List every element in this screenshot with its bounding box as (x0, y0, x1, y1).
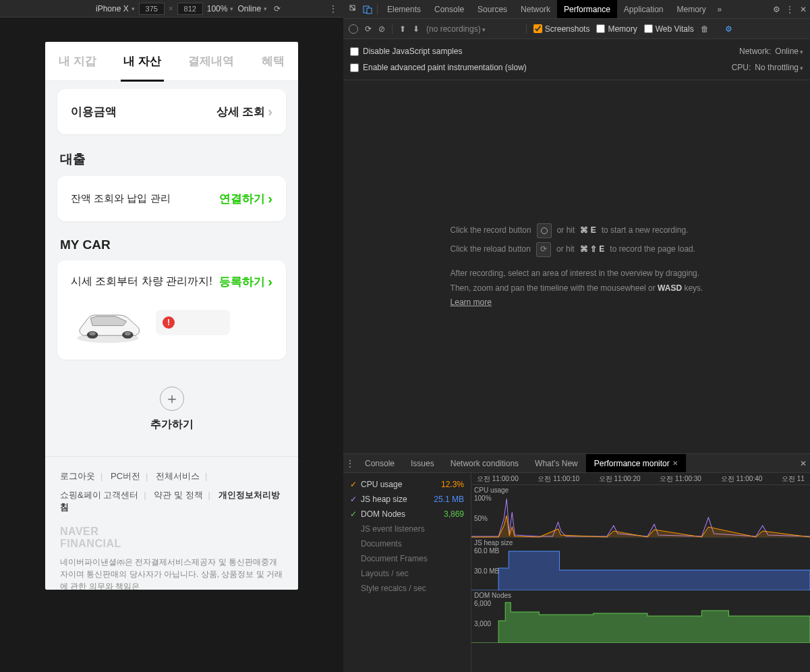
footer-cs[interactable]: 쇼핑&페이 고객센터 (60, 490, 138, 500)
dim-separator: × (169, 4, 173, 13)
loan-desc: 잔액 조회와 납입 관리 (71, 192, 171, 205)
tab-performance[interactable]: Performance (557, 0, 617, 18)
footer-row2: 쇼핑&페이 고객센터| 약관 및 정책| 개인정보처리방침 (60, 489, 283, 513)
height-input[interactable] (177, 3, 203, 15)
add-section: ＋ 추가하기 (45, 368, 298, 456)
zoom-select[interactable]: 100% (207, 4, 234, 13)
metric-frames[interactable]: Document Frames (343, 551, 471, 566)
metric-documents[interactable]: Documents (343, 536, 471, 551)
trash-icon[interactable]: 🗑 (701, 24, 709, 34)
cpu-chart: CPU usage 100% 50% (471, 485, 810, 538)
usage-card[interactable]: 이용금액 상세 조회 (57, 89, 286, 134)
drawer-tab-whatsnew[interactable]: What's New (527, 454, 586, 472)
network-select[interactable]: Online (775, 47, 803, 56)
record-hint-button[interactable] (537, 223, 552, 238)
footer-allservices[interactable]: 전체서비스 (156, 471, 200, 481)
recordings-select[interactable]: (no recordings) (426, 24, 486, 34)
paint-checkbox[interactable]: Enable advanced paint instrumentation (s… (350, 63, 527, 72)
reload-hint-button[interactable]: ⟳ (536, 242, 551, 257)
drawer-menu-icon[interactable]: ⋮ (343, 457, 357, 470)
phone-frame: 내 지갑 내 자산 결제내역 혜택 이용금액 상세 조회 대출 잔액 조회와 납… (45, 42, 298, 590)
car-warning-bubble: ! (156, 310, 230, 335)
device-toolbar: iPhone X × 100% Online ⟳ ⋮ (0, 0, 343, 18)
svg-point-3 (90, 332, 96, 336)
tab-memory[interactable]: Memory (670, 0, 713, 18)
tab-assets[interactable]: 내 자산 (121, 53, 164, 82)
metric-layouts[interactable]: Layouts / sec (343, 566, 471, 581)
upload-icon[interactable]: ⬆ (399, 24, 406, 34)
tab-payments[interactable]: 결제내역 (185, 53, 237, 69)
footer-terms[interactable]: 약관 및 정책 (154, 490, 202, 500)
disable-js-checkbox[interactable]: Disable JavaScript samples (350, 47, 462, 56)
tab-wallet[interactable]: 내 지갑 (56, 53, 99, 69)
close-drawer-icon[interactable]: ✕ (797, 457, 810, 470)
metrics-list: ✓CPU usage12.3% ✓JS heap size25.1 MB ✓DO… (343, 473, 471, 672)
add-label: 추가하기 (45, 418, 298, 432)
svg-rect-7 (367, 8, 372, 13)
footer-logout[interactable]: 로그아웃 (60, 471, 95, 481)
clear-icon[interactable]: ⊘ (378, 24, 385, 34)
throttle-select[interactable]: Online (237, 4, 267, 13)
metric-cpu[interactable]: ✓CPU usage12.3% (343, 477, 471, 492)
screenshots-checkbox[interactable]: Screenshots (533, 24, 590, 34)
download-icon[interactable]: ⬇ (413, 24, 420, 34)
footer-desc: 네이버파이낸셜㈜은 전자결제서비스제공자 및 통신판매중개자이며 통신판매의 당… (60, 556, 283, 590)
drawer-tab-issues[interactable]: Issues (403, 454, 442, 472)
performance-empty-state: Click the record button or hit ⌘ E to st… (343, 80, 810, 453)
svg-point-4 (125, 332, 131, 336)
mycar-desc: 시세 조회부터 차량 관리까지! (71, 275, 212, 289)
loan-heading: 대출 (60, 150, 283, 168)
device-pane: iPhone X × 100% Online ⟳ ⋮ 내 지갑 내 자산 결제내… (0, 0, 343, 672)
inspect-icon[interactable] (347, 3, 361, 16)
time-axis: 오전 11:00:00오전 11:00:10오전 11:00:20오전 11:0… (471, 473, 810, 485)
loan-card[interactable]: 잔액 조회와 납입 관리 연결하기 (57, 176, 286, 221)
record-button[interactable] (349, 24, 358, 34)
memory-checkbox[interactable]: Memory (596, 24, 637, 34)
tab-benefits[interactable]: 혜택 (259, 53, 287, 69)
network-label: Network: (739, 47, 771, 56)
tab-application[interactable]: Application (617, 0, 670, 18)
tabs-overflow-icon[interactable]: » (713, 3, 726, 16)
device-toggle-icon[interactable] (361, 3, 374, 16)
heap-chart: JS heap size 60.0 MB 30.0 MB (471, 538, 810, 590)
width-input[interactable] (139, 3, 165, 15)
phone-viewport: 내 지갑 내 자산 결제내역 혜택 이용금액 상세 조회 대출 잔액 조회와 납… (0, 18, 343, 672)
close-devtools-icon[interactable]: ✕ (797, 3, 810, 16)
devtools-drawer: ⋮ Console Issues Network conditions What… (343, 453, 810, 672)
settings-icon[interactable]: ⚙ (770, 3, 783, 16)
metric-heap[interactable]: ✓JS heap size25.1 MB (343, 492, 471, 507)
more-menu-icon[interactable]: ⋮ (783, 3, 797, 16)
reload-record-button[interactable]: ⟳ (365, 24, 372, 34)
drawer-tab-console[interactable]: Console (357, 454, 403, 472)
phone-scroll[interactable]: 이용금액 상세 조회 대출 잔액 조회와 납입 관리 연결하기 MY CAR 시… (45, 81, 298, 590)
footer-pc[interactable]: PC버전 (111, 471, 140, 481)
tab-sources[interactable]: Sources (471, 0, 514, 18)
cpu-select[interactable]: No throttling (755, 63, 803, 72)
tab-console[interactable]: Console (428, 0, 471, 18)
dom-chart: DOM Nodes 6,000 3,000 (471, 590, 810, 643)
tab-network[interactable]: Network (514, 0, 557, 18)
metric-recalcs[interactable]: Style recalcs / sec (343, 581, 471, 596)
webvitals-checkbox[interactable]: Web Vitals (644, 24, 694, 34)
mycar-card[interactable]: 시세 조회부터 차량 관리까지! 등록하기 (57, 260, 286, 360)
perf-settings-icon[interactable]: ⚙ (722, 22, 736, 36)
metric-listeners[interactable]: JS event listeners (343, 522, 471, 536)
rotate-icon[interactable]: ⟳ (271, 3, 283, 15)
tab-elements[interactable]: Elements (380, 0, 428, 18)
drawer-tab-perfmon[interactable]: Performance monitor✕ (586, 454, 686, 472)
mycar-register-link[interactable]: 등록하기 (219, 274, 272, 289)
usage-title: 이용금액 (71, 104, 117, 119)
devtools-pane: Elements Console Sources Network Perform… (343, 0, 810, 672)
add-button[interactable]: ＋ (160, 387, 184, 411)
devtools-tabs: Elements Console Sources Network Perform… (343, 0, 810, 19)
app-footer: 로그아웃| PC버전| 전체서비스| 쇼핑&페이 고객센터| 약관 및 정책| … (45, 456, 298, 590)
drawer-tab-network-cond[interactable]: Network conditions (442, 454, 527, 472)
learn-more-link[interactable]: Learn more (451, 298, 492, 307)
loan-connect-link[interactable]: 연결하기 (219, 191, 272, 206)
close-tab-icon[interactable]: ✕ (672, 459, 678, 467)
usage-detail-link[interactable]: 상세 조회 (216, 104, 272, 119)
metric-dom[interactable]: ✓DOM Nodes3,869 (343, 507, 471, 522)
device-select[interactable]: iPhone X (96, 4, 135, 13)
more-icon[interactable]: ⋮ (327, 3, 339, 15)
drawer-tabs: ⋮ Console Issues Network conditions What… (343, 454, 810, 473)
